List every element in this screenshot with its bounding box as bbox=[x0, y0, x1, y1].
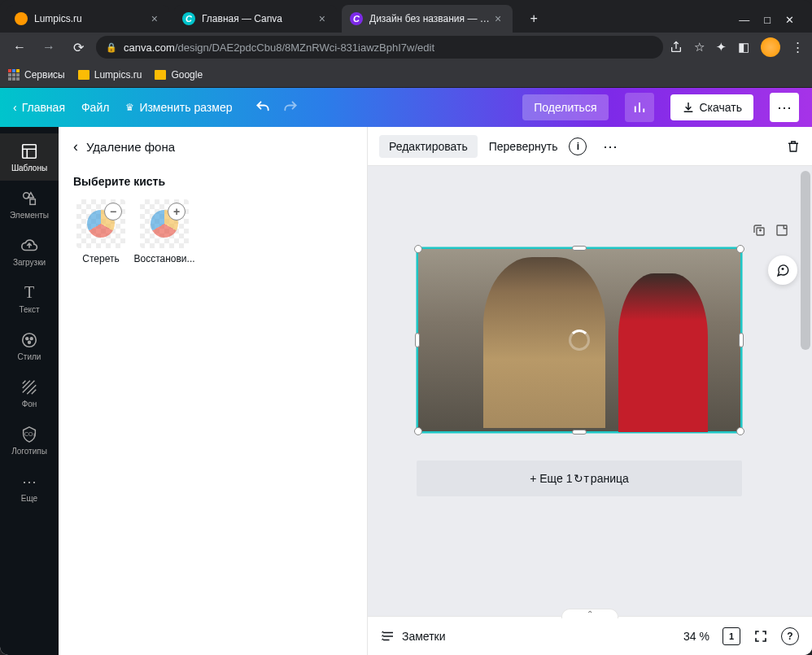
templates-icon bbox=[20, 142, 38, 160]
sidenav-more[interactable]: ⋯ Еще bbox=[0, 464, 59, 511]
delete-button[interactable] bbox=[786, 139, 801, 154]
page-number-button[interactable]: 1 bbox=[723, 627, 740, 645]
browser-tab-0[interactable]: Lumpics.ru × bbox=[7, 5, 169, 33]
sidenav-elements[interactable]: Элементы bbox=[0, 181, 59, 228]
browser-tab-1[interactable]: C Главная — Canva × bbox=[174, 5, 337, 33]
tab-close-icon[interactable]: × bbox=[491, 12, 504, 25]
back-button[interactable]: ← bbox=[8, 36, 31, 59]
svg-point-4 bbox=[26, 337, 28, 339]
redo-button[interactable] bbox=[282, 99, 299, 116]
page-actions bbox=[752, 223, 789, 238]
add-page-button[interactable]: + Еще 1 ↻траница bbox=[417, 461, 742, 496]
side-navigation: Шаблоны Элементы Загрузки T Текст Стили … bbox=[0, 127, 59, 655]
info-icon[interactable]: i bbox=[569, 138, 587, 155]
bookmark-item[interactable]: Lumpics.ru bbox=[78, 69, 142, 81]
sidenav-uploads[interactable]: Загрузки bbox=[0, 228, 59, 275]
url-domain: canva.com bbox=[124, 41, 175, 54]
svg-rect-2 bbox=[30, 199, 35, 203]
svg-rect-8 bbox=[777, 225, 787, 235]
resize-handle[interactable] bbox=[572, 246, 587, 251]
notes-button[interactable]: Заметки bbox=[381, 629, 446, 644]
tab-close-icon[interactable]: × bbox=[316, 12, 329, 25]
tab-title: Lumpics.ru bbox=[34, 13, 82, 24]
chevron-left-icon: ‹ bbox=[13, 101, 17, 114]
tabs-icon[interactable]: ◧ bbox=[738, 40, 749, 55]
context-more-button[interactable]: ⋯ bbox=[603, 138, 618, 155]
fullscreen-button[interactable] bbox=[753, 629, 768, 644]
sidenav-styles[interactable]: Стили bbox=[0, 322, 59, 369]
apps-label: Сервисы bbox=[24, 69, 65, 81]
lock-icon: 🔒 bbox=[106, 42, 117, 53]
add-page-icon[interactable] bbox=[775, 223, 789, 238]
brush-options: − Стереть + Восстанови... bbox=[73, 199, 352, 264]
svg-point-3 bbox=[23, 333, 37, 347]
duplicate-page-icon[interactable] bbox=[752, 223, 766, 238]
reload-button[interactable]: ⟳ bbox=[67, 36, 89, 59]
plus-icon: + bbox=[168, 203, 186, 221]
footer-expand-tab[interactable]: ⌃ bbox=[561, 609, 618, 618]
bookmark-item[interactable]: Google bbox=[155, 69, 203, 81]
edit-image-button[interactable]: Редактировать bbox=[379, 135, 478, 158]
canvas-page[interactable] bbox=[417, 247, 742, 433]
sidenav-text[interactable]: T Текст bbox=[0, 275, 59, 322]
header-more-button[interactable]: ⋯ bbox=[770, 93, 799, 122]
menu-icon[interactable]: ⋮ bbox=[792, 40, 804, 55]
uploads-icon bbox=[20, 237, 38, 255]
minus-icon: − bbox=[104, 203, 122, 221]
undo-redo-group bbox=[255, 99, 299, 116]
insights-button[interactable] bbox=[625, 93, 654, 122]
resize-handle[interactable] bbox=[736, 427, 744, 435]
sidenav-templates[interactable]: Шаблоны bbox=[0, 133, 59, 181]
brush-restore[interactable]: + Восстанови... bbox=[137, 199, 192, 264]
minimize-icon[interactable]: — bbox=[739, 14, 749, 26]
bookmark-star-icon[interactable]: ☆ bbox=[694, 40, 705, 55]
tab-title: Дизайн без названия — 1200 bbox=[369, 13, 491, 24]
download-button[interactable]: Скачать bbox=[670, 94, 754, 120]
help-button[interactable]: ? bbox=[781, 627, 799, 645]
resize-handle[interactable] bbox=[414, 245, 422, 253]
extensions-icon[interactable]: ✦ bbox=[716, 40, 727, 55]
resize-handle[interactable] bbox=[739, 333, 744, 347]
close-icon[interactable]: ✕ bbox=[785, 14, 794, 26]
tab-title: Главная — Canva bbox=[202, 13, 282, 24]
resize-handle[interactable] bbox=[415, 333, 420, 347]
share-icon[interactable] bbox=[670, 41, 683, 54]
maximize-icon[interactable]: □ bbox=[764, 14, 771, 26]
resize-button[interactable]: ♛ Изменить размер bbox=[125, 101, 232, 114]
refresh-icon: ↻т bbox=[574, 472, 588, 485]
brush-label: Стереть bbox=[82, 253, 119, 264]
share-button[interactable]: Поделиться bbox=[522, 94, 608, 120]
new-tab-button[interactable]: + bbox=[522, 7, 545, 30]
panel-section-title: Выберите кисть bbox=[73, 175, 352, 188]
brush-thumb: + bbox=[140, 199, 189, 248]
forward-button[interactable]: → bbox=[37, 36, 60, 59]
styles-icon bbox=[20, 331, 38, 349]
home-button[interactable]: ‹ Главная bbox=[13, 101, 65, 114]
window-controls: — □ ✕ bbox=[739, 14, 805, 33]
brush-label: Восстанови... bbox=[133, 253, 194, 264]
browser-tab-2[interactable]: C Дизайн без названия — 1200 × bbox=[342, 5, 513, 33]
resize-handle[interactable] bbox=[414, 427, 422, 435]
vertical-scrollbar[interactable] bbox=[801, 171, 810, 350]
brush-erase[interactable]: − Стереть bbox=[73, 199, 129, 264]
undo-button[interactable] bbox=[255, 99, 271, 116]
sidenav-background[interactable]: Фон bbox=[0, 369, 59, 417]
profile-avatar[interactable] bbox=[761, 37, 780, 57]
resize-handle[interactable] bbox=[736, 245, 744, 253]
brush-thumb: − bbox=[76, 199, 125, 248]
text-icon: T bbox=[24, 283, 34, 302]
file-menu[interactable]: Файл bbox=[81, 101, 109, 114]
apps-button[interactable]: Сервисы bbox=[8, 69, 65, 81]
flip-button[interactable]: Перевернуть bbox=[489, 140, 558, 153]
tab-close-icon[interactable]: × bbox=[148, 12, 161, 25]
zoom-level[interactable]: 34 % bbox=[683, 630, 709, 643]
panel-back-button[interactable]: ‹ Удаление фона bbox=[73, 138, 352, 155]
resize-handle[interactable] bbox=[572, 430, 587, 434]
canvas-viewport[interactable]: + Еще 1 ↻траница bbox=[368, 166, 812, 616]
sidenav-logos[interactable]: CO₂ Логотипы bbox=[0, 417, 59, 464]
image-content bbox=[618, 273, 708, 432]
url-input[interactable]: 🔒 canva.com/design/DAE2pdcCbu8/8MZnRWci-… bbox=[96, 36, 663, 59]
svg-point-6 bbox=[28, 341, 31, 343]
side-panel: ‹ Удаление фона Выберите кисть − Стереть… bbox=[59, 127, 368, 655]
comment-button[interactable] bbox=[768, 255, 797, 285]
